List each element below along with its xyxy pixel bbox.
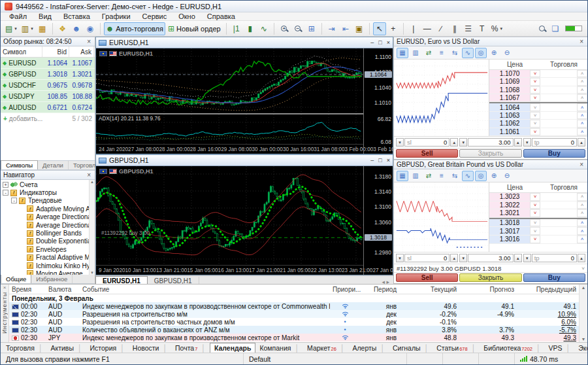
tick-chart-icon[interactable]: ∿ <box>462 48 474 58</box>
menu-Справка[interactable]: Справка <box>201 12 241 20</box>
dom-col-price[interactable]: Цена <box>489 61 540 68</box>
trendline-icon[interactable]: ∕ <box>434 22 448 35</box>
close-button[interactable]: Закрыть <box>459 273 521 282</box>
navigator-scrollbar[interactable]: ▲▼ <box>89 180 95 275</box>
buy-limit-button[interactable]: ˄ <box>577 235 587 243</box>
dom-price[interactable]: 1.1067 <box>489 94 530 101</box>
tree-item[interactable]: fMoving Average <box>1 269 95 275</box>
text-icon[interactable]: T <box>476 22 489 35</box>
collapse-icon[interactable]: - <box>3 190 8 196</box>
chart-window-eurusd[interactable]: EURUSD,H1 – □ × EURUSD,H1 <box>95 37 393 154</box>
tree-item[interactable]: fDouble Exponential Moving Average <box>1 237 95 245</box>
chat-icon[interactable]: ❏ <box>549 22 562 35</box>
gbpusd-price-scale[interactable]: 1.31801.31401.31001.30601.29801.3018 <box>363 166 393 275</box>
tick-chart[interactable] <box>394 60 489 136</box>
symbol-row-USDJPY[interactable]: ◆USDJPY108.85108.88 <box>1 91 95 102</box>
line-chart-icon[interactable]: ∿ <box>257 22 270 35</box>
dom-price[interactable]: 1.1069 <box>489 78 530 85</box>
decrease-button[interactable]: ▼ <box>459 138 467 147</box>
calendar-scrollbar[interactable]: ▲▼ <box>579 285 587 342</box>
decrease-button[interactable]: ▼ <box>396 254 404 262</box>
symbol-row-EURUSD[interactable]: ◆EURUSD1.10641.1067 <box>1 58 95 69</box>
community-icon[interactable]: ☻ <box>70 22 83 35</box>
calendar-columns[interactable]: ВремяВалютаСобытиеПриори...ПериодТекущий… <box>9 285 579 294</box>
toolbox-tab-Компания[interactable]: Компания│ <box>255 343 303 353</box>
zoom-in-icon[interactable]: ⊕ <box>488 48 500 58</box>
deposit-icon[interactable]: ❖ <box>56 22 69 35</box>
take-profit-value[interactable]: tp0 <box>532 254 577 262</box>
menu-Окно[interactable]: Окно <box>172 12 201 20</box>
take-profit-value[interactable]: tp0 <box>532 138 577 147</box>
dom-price[interactable]: 1.1063 <box>489 112 530 119</box>
sell-button[interactable]: Sell <box>396 149 458 158</box>
toolbox-tab-VPS[interactable]: VPS│ <box>545 343 575 353</box>
decrease-button[interactable]: ▼ <box>459 254 467 262</box>
auto-scroll-icon[interactable]: ⇤ <box>339 22 352 35</box>
dom-col-trade[interactable]: Торговля <box>540 184 587 191</box>
tree-item[interactable]: +Счета <box>1 181 95 188</box>
buy-limit-button[interactable]: ˄ <box>577 209 587 217</box>
calendar-event-row[interactable]: 02:30AUDРазрешения на строительство м/мд… <box>9 310 579 318</box>
sell-limit-button[interactable]: ˅ <box>530 120 540 127</box>
tree-item[interactable]: fEnvelopes <box>1 245 95 253</box>
templates-icon[interactable]: ▣ <box>353 22 366 35</box>
decrease-button[interactable]: ▼ <box>523 254 531 262</box>
toolbox-tab-Эксперты[interactable]: Эксперты│ <box>574 343 588 353</box>
sell-limit-button[interactable]: ˅ <box>530 94 540 101</box>
buy-limit-button[interactable]: ˄ <box>577 94 587 101</box>
eurusd-chart-plot[interactable]: EURUSD,H1 <box>96 48 363 113</box>
tab-Избранное[interactable]: Избранное <box>31 275 73 283</box>
sell-limit-button[interactable]: ˅ <box>530 201 540 209</box>
calendar-event-row[interactable]: 02:30AUDКоличество объявлений о вакансия… <box>9 326 579 334</box>
bars-icon[interactable]: |1 <box>230 22 243 35</box>
buy-limit-button[interactable]: ˄ <box>577 86 587 94</box>
close-icon[interactable]: × <box>3 285 7 290</box>
close-icon[interactable]: × <box>86 171 92 179</box>
symbol-row-AUDUSD[interactable]: ◆AUDUSD0.67210.6724 <box>1 102 95 113</box>
broadcast-icon[interactable]: ◉ <box>84 22 97 35</box>
chart-window-titlebar[interactable]: EURUSD,H1 – □ × <box>96 37 393 48</box>
tree-item[interactable]: fAverage Directional Movement Index Wild… <box>1 221 95 229</box>
navigator-header[interactable]: Навигатор × <box>1 170 95 180</box>
search-icon[interactable] <box>535 22 548 35</box>
dom-price[interactable]: 1.3017 <box>489 227 530 235</box>
tree-item[interactable]: fAdaptive Moving Average <box>1 205 95 213</box>
calendar-event-row[interactable]: 02:30AUDРазрешения на строительство част… <box>9 318 579 326</box>
transfer-icon[interactable]: ⇆ <box>449 48 461 58</box>
new-order-button[interactable]: ⊞Новый ордер <box>166 22 223 35</box>
gbpusd-chart-plot[interactable]: GBPUSD,H1 #11392292 buy 3.00 <box>96 166 363 265</box>
sell-button[interactable]: Sell <box>396 273 458 282</box>
sell-limit-button[interactable]: ˅ <box>530 209 540 217</box>
buy-limit-button[interactable]: ˄ <box>577 201 587 209</box>
eurusd-adx-plot[interactable]: ADX(14) 20.21 11.38 9.76 <box>96 114 363 144</box>
increase-button[interactable]: ▲ <box>514 254 522 262</box>
calendar-event-row[interactable]: 00:00AUDИндекс менеджеров по закупкам в … <box>9 302 579 310</box>
close-button[interactable]: Закрыть <box>459 149 521 158</box>
dom-header[interactable]: GBPUSD, Great Britain Pound vs US Dollar… <box>394 160 587 169</box>
transfer-icon[interactable]: ⇆ <box>449 171 461 181</box>
zoom-in-icon[interactable]: + <box>278 22 291 35</box>
fibo-icon[interactable]: ☰ <box>462 22 475 35</box>
stop-loss-value[interactable]: sl0 <box>404 138 449 147</box>
buy-button[interactable]: Buy <box>523 273 585 282</box>
history-center-icon[interactable]: ▦ <box>36 22 49 35</box>
tree-item[interactable]: fFractal Adaptive Moving Average <box>1 254 95 262</box>
add-symbol-row[interactable]: + добавить... 5 / 302 <box>1 113 95 124</box>
increase-button[interactable]: ▲ <box>514 138 522 147</box>
close-icon[interactable]: × <box>387 39 390 46</box>
stop-loss-value[interactable]: sl0 <box>404 254 449 262</box>
tab-Символы[interactable]: Символы <box>1 160 38 169</box>
sell-limit-button[interactable]: ˅ <box>530 219 540 227</box>
channel-icon[interactable]: ∥ <box>448 22 461 35</box>
minimize-icon[interactable]: – <box>370 39 374 46</box>
depth-icon[interactable]: ≡ <box>436 48 448 58</box>
tab-Детали[interactable]: Детали <box>38 161 69 169</box>
zoom-out-icon[interactable]: ⊖ <box>501 48 513 58</box>
symbol-row-USDCHF[interactable]: ◆USDCHF0.96750.9678 <box>1 80 95 91</box>
toolbox-tab-Почта[interactable]: Почта7│ <box>171 343 210 353</box>
vline-icon[interactable]: | <box>407 22 420 35</box>
sell-limit-button[interactable]: ˅ <box>530 78 540 85</box>
profiles-icon[interactable]: ▥▾ <box>20 22 35 35</box>
sell-limit-button[interactable]: ˅ <box>530 193 540 201</box>
dom-price[interactable]: 1.3023 <box>489 193 530 201</box>
